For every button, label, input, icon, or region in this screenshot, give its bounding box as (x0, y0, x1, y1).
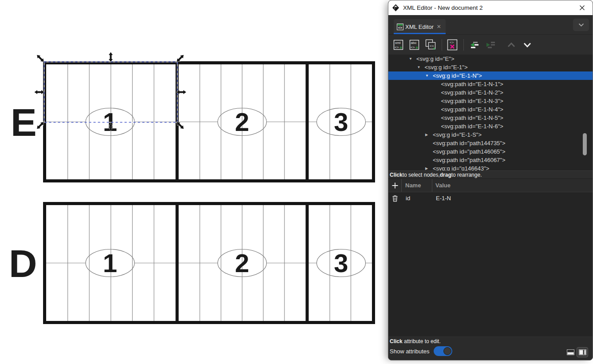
indent-node-button[interactable] (483, 38, 497, 52)
expander-open-icon[interactable]: ▼ (417, 66, 425, 69)
tree-row[interactable]: <svg:path id="path144735"> (388, 139, 593, 147)
indent-icon (484, 38, 496, 51)
expander-closed-icon[interactable]: ▶ (425, 133, 433, 137)
svg-text:+: + (415, 44, 418, 50)
delete-node-button[interactable]: <> (446, 38, 459, 52)
add-attribute-button[interactable] (388, 179, 401, 192)
tab-bar: <> XML Editor ✕ (388, 15, 593, 35)
layout-horizontal-button[interactable] (565, 348, 576, 357)
svg-text:<>: <> (450, 40, 454, 44)
tab-xml-editor[interactable]: <> XML Editor ✕ (394, 19, 446, 34)
svg-text:+: + (433, 46, 435, 51)
xml-node-tree[interactable]: ▼<svg:g id="E">▼<svg:g id="E-1">▼<svg:g … (388, 55, 593, 170)
tree-node-label: <svg:g id="E-1-S"> (433, 131, 482, 138)
xml-editor-dialog: XML Editor - New document 2 <> XML Edito… (388, 0, 593, 360)
tree-row[interactable]: ▶<svg:g id="g146643"> (388, 164, 593, 170)
svg-text:<>: <> (395, 45, 399, 49)
inkscape-logo-icon (392, 4, 399, 12)
tree-node-label: <svg:g id="E-1"> (425, 64, 468, 71)
dialog-titlebar[interactable]: XML Editor - New document 2 (388, 0, 593, 15)
tree-row[interactable]: <svg:path id="path146067"> (388, 156, 593, 164)
move-node-down-button[interactable] (521, 38, 534, 52)
tree-row[interactable]: <svg:path id="E-1-N-2"> (388, 88, 593, 97)
duplicate-node-icon: <> + (424, 38, 437, 51)
stall-row-E[interactable]: 123E (11, 61, 374, 182)
layout-vertical-button[interactable] (577, 348, 588, 357)
tree-row[interactable]: <svg:path id="E-1-N-6"> (388, 122, 593, 131)
tree-row[interactable]: <svg:path id="E-1-N-5"> (388, 114, 593, 122)
section-number-label: 2 (235, 249, 249, 277)
attr-value-column-header: Value (432, 182, 451, 189)
tree-row[interactable]: ▼<svg:g id="E"> (388, 55, 593, 63)
tree-node-label: <svg:path id="path146067"> (433, 157, 506, 163)
section-number-label: 1 (103, 249, 117, 277)
tab-close-icon[interactable]: ✕ (437, 24, 441, 29)
svg-text:<>: <> (398, 26, 403, 30)
tree-scrollbar-thumb[interactable] (583, 133, 587, 155)
svg-document[interactable]: 123E123D (0, 0, 389, 364)
horizontal-split-icon (567, 349, 574, 355)
chevron-down-icon (521, 38, 534, 51)
tree-row[interactable]: <svg:path id="E-1-N-4"> (388, 105, 593, 114)
tree-node-label: <svg:path id="path146065"> (433, 148, 506, 155)
tree-node-label: <svg:path id="E-1-N-6"> (441, 123, 503, 130)
attributes-header: Name Value (388, 179, 593, 192)
toolbar-separator (463, 39, 464, 51)
tree-row[interactable]: ▶<svg:g id="E-1-S"> (388, 131, 593, 139)
svg-text:+: + (399, 44, 402, 50)
new-text-node-button[interactable]: abc <> + (408, 38, 421, 52)
show-attributes-label: Show attributes (390, 348, 430, 355)
abc-plus-icon: abc <> + (408, 38, 421, 51)
tree-row[interactable]: ▼<svg:g id="E-1-N"> (388, 71, 593, 80)
panel-menu-chevron-icon[interactable] (573, 19, 589, 31)
tree-node-label: <svg:g id="E"> (416, 55, 454, 62)
new-element-node-button[interactable]: xml <> + (392, 38, 405, 52)
trash-icon (392, 195, 398, 202)
tree-row[interactable]: <svg:path id="path146065"> (388, 147, 593, 156)
section-number-label: 1 (103, 107, 117, 136)
xml-toolbar: xml <> + abc <> + <> + (388, 35, 593, 55)
dialog-title: XML Editor - New document 2 (403, 4, 483, 11)
tree-node-label: <svg:path id="E-1-N-3"> (441, 98, 503, 104)
expander-open-icon[interactable]: ▼ (408, 57, 416, 61)
tree-row[interactable]: <svg:path id="E-1-N-1"> (388, 80, 593, 88)
row-letter-label: D (9, 241, 37, 285)
scale-handle-arrow[interactable] (36, 54, 45, 63)
tab-label: XML Editor (405, 24, 434, 30)
scale-handle-arrow[interactable] (35, 90, 44, 94)
move-node-up-button[interactable] (505, 38, 518, 52)
svg-text:<>: <> (411, 45, 415, 49)
tree-node-label: <svg:path id="E-1-N-5"> (441, 115, 503, 121)
attributes-empty-area (388, 204, 593, 336)
unindent-node-button[interactable] (467, 38, 481, 52)
tree-hint: Click to select nodes, drag to rearrange… (388, 170, 593, 179)
attribute-row: idE-1-N (388, 192, 593, 204)
expander-open-icon[interactable]: ▼ (425, 74, 433, 78)
delete-node-icon: <> (446, 38, 459, 51)
attribute-name[interactable]: id (402, 195, 432, 202)
section-number-label: 3 (334, 249, 348, 277)
attr-name-column-header: Name (402, 182, 432, 189)
vertical-split-icon (579, 349, 586, 355)
attributes-footer: Click attribute to edit. Show attributes (388, 336, 593, 360)
tree-row[interactable]: <svg:path id="E-1-N-3"> (388, 97, 593, 105)
tree-node-label: <svg:g id="E-1-N"> (433, 72, 482, 79)
close-icon[interactable] (576, 2, 588, 14)
scale-handle-arrow[interactable] (109, 52, 113, 62)
tree-row[interactable]: ▼<svg:g id="E-1"> (388, 63, 593, 71)
section-number-label: 2 (235, 107, 249, 136)
chevron-up-icon (505, 38, 518, 51)
stall-row-D[interactable]: 123D (9, 202, 374, 324)
drawing-canvas[interactable]: 123E123D (0, 0, 389, 364)
delete-attribute-button[interactable] (388, 195, 402, 202)
duplicate-node-button[interactable]: <> + (424, 38, 437, 52)
section-number-label: 3 (334, 107, 348, 136)
attribute-value[interactable]: E-1-N (432, 195, 451, 202)
show-attributes-toggle[interactable] (434, 346, 452, 356)
tree-node-label: <svg:path id="E-1-N-2"> (441, 89, 503, 96)
unindent-icon (468, 38, 480, 51)
tree-node-label: <svg:path id="E-1-N-4"> (441, 106, 503, 113)
expander-closed-icon[interactable]: ▶ (425, 167, 433, 170)
xml-editor-tab-icon: <> (397, 24, 403, 30)
attribute-hint: Click attribute to edit. (388, 337, 593, 344)
